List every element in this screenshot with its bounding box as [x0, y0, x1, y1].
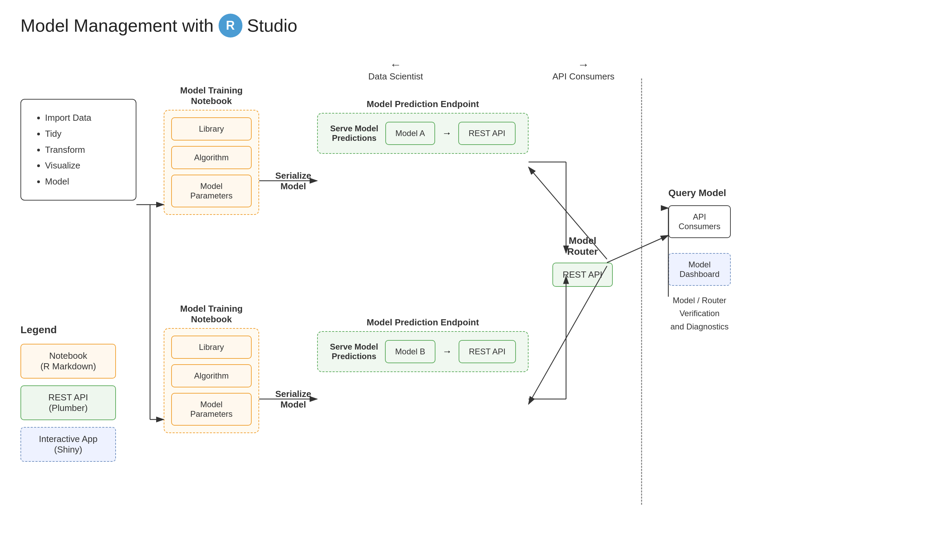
router-verification-label: Model / RouterVerificationand Diagnostic… [668, 294, 731, 333]
legend-interactive-app: Interactive App(Shiny) [20, 427, 116, 462]
endpoint-top: Model Prediction Endpoint Serve ModelPre… [317, 99, 529, 154]
notebook-top-label: Model TrainingNotebook [164, 85, 259, 106]
api-consumers-dir-label: → API Consumers [552, 58, 615, 82]
endpoint-bottom: Model Prediction Endpoint Serve ModelPre… [317, 317, 529, 372]
notebook-bottom-params: ModelParameters [171, 393, 252, 426]
notebook-top-algorithm: Algorithm [171, 146, 252, 169]
query-model-section: Query Model APIConsumers ModelDashboard … [668, 188, 731, 333]
data-scientist-label: ← Data Scientist [368, 58, 423, 82]
rest-api-bottom-box: REST API [459, 340, 516, 363]
serve-bottom-label: Serve ModelPredictions [330, 342, 378, 361]
notebook-bottom-label: Model TrainingNotebook [164, 303, 259, 325]
page-container: Model Management with R Studio ← Data Sc… [0, 0, 935, 560]
notebook-top-library: Library [171, 117, 252, 140]
svg-line-11 [607, 235, 668, 263]
notebook-bottom-library: Library [171, 335, 252, 359]
query-model-label: Query Model [668, 188, 731, 198]
endpoint-bottom-label: Model Prediction Endpoint [317, 317, 529, 328]
legend-notebook: Notebook(R Markdown) [20, 344, 116, 378]
endpoint-top-container: Serve ModelPredictions Model A → REST AP… [317, 113, 529, 154]
legend-rest-api: REST API(Plumber) [20, 385, 116, 420]
bullet-import: Import Data [45, 110, 122, 126]
title-suffix: Studio [247, 15, 297, 36]
legend: Legend Notebook(R Markdown) REST API(Plu… [20, 324, 129, 469]
notebook-bottom-container: Library Algorithm ModelParameters [164, 328, 259, 433]
title-prefix: Model Management with [20, 15, 214, 36]
model-router-rest-api: REST API [552, 263, 613, 287]
serialize-top: SerializeModel [273, 171, 314, 192]
diagram: ← Data Scientist → API Consumers Import … [20, 58, 915, 535]
bullet-transform: Transform [45, 142, 122, 158]
header-title: Model Management with R Studio [20, 14, 297, 37]
model-router-section: ModelRouter REST API [552, 235, 613, 287]
left-panel: Import Data Tidy Transform Visualize Mod… [20, 99, 136, 200]
model-b-box: Model B [385, 340, 435, 363]
endpoint-top-label: Model Prediction Endpoint [317, 99, 529, 109]
dashed-separator [641, 78, 642, 505]
rest-api-top-box: REST API [458, 122, 515, 145]
model-router-label: ModelRouter [552, 235, 613, 257]
serialize-bottom: SerializeModel [273, 389, 314, 410]
notebook-bottom-algorithm: Algorithm [171, 364, 252, 388]
model-a-box: Model A [385, 122, 435, 145]
legend-title: Legend [20, 324, 129, 335]
notebook-top-params: ModelParameters [171, 175, 252, 207]
notebook-top-container: Library Algorithm ModelParameters [164, 110, 259, 215]
serve-top-label: Serve ModelPredictions [330, 124, 378, 143]
r-logo: R [218, 14, 243, 37]
model-dashboard-box: ModelDashboard [668, 253, 731, 286]
api-consumers-box: APIConsumers [668, 205, 731, 238]
header: Model Management with R Studio [20, 14, 915, 37]
bullet-visualize: Visualize [45, 158, 122, 174]
endpoint-bottom-container: Serve ModelPredictions Model B → REST AP… [317, 331, 529, 372]
bullet-model: Model [45, 174, 122, 189]
bullet-tidy: Tidy [45, 126, 122, 142]
